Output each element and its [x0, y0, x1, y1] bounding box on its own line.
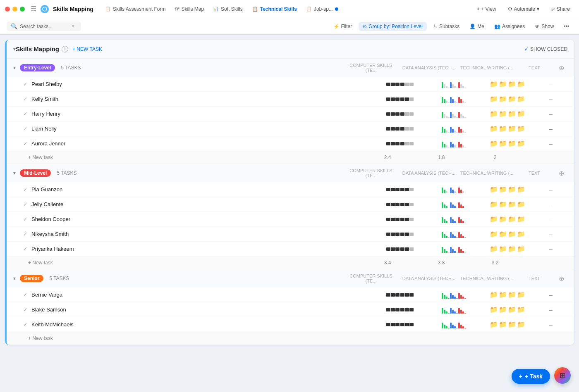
task-check-icon[interactable]: ✓: [23, 186, 31, 192]
task-check-icon[interactable]: ✓: [23, 306, 31, 313]
close-button[interactable]: [5, 7, 10, 12]
bar: [464, 313, 466, 314]
group-collapse-icon[interactable]: ▾: [13, 170, 16, 176]
table-row[interactable]: ✓ Pearl Shelby 📁📁📁📁 –: [7, 77, 574, 92]
task-name: Liam Nelly: [31, 126, 373, 132]
add-column-button[interactable]: ⊕: [555, 169, 567, 177]
table-row[interactable]: ✓ Aurora Jenner 📁📁📁📁 –: [7, 136, 574, 151]
group-collapse-icon[interactable]: ▾: [13, 276, 16, 281]
more-button[interactable]: •••: [560, 22, 572, 31]
skill-block: [405, 112, 409, 116]
skill-block: [386, 218, 390, 221]
share-icon: ⇗: [551, 6, 555, 12]
task-check-icon[interactable]: ✓: [23, 126, 31, 132]
bar: [456, 88, 458, 88]
view-button[interactable]: + + View: [472, 4, 500, 14]
table-row[interactable]: ✓ Jelly Caliente 📁📁📁📁 –: [7, 197, 574, 212]
tab-icon: 📋: [306, 6, 312, 12]
table-row[interactable]: ✓ Keith McMichaels 📁📁📁📁 –: [7, 317, 574, 332]
task-check-icon[interactable]: ✓: [23, 140, 31, 147]
new-task-button[interactable]: + NEW TASK: [72, 46, 102, 52]
group-collapse-icon[interactable]: ▾: [13, 65, 16, 71]
task-check-icon[interactable]: ✓: [23, 292, 31, 298]
task-check-icon[interactable]: ✓: [23, 81, 31, 87]
writing-skill-cell: 📁📁📁📁: [481, 110, 534, 118]
folder-icon: 📁: [508, 125, 516, 133]
computer-skill-cell: [373, 112, 427, 116]
folder-icon: 📁: [490, 80, 498, 88]
bar: [452, 84, 454, 88]
task-check-icon[interactable]: ✓: [23, 321, 31, 328]
fab-plus-icon: +: [519, 373, 522, 380]
filter-button[interactable]: ⚡ Filter: [330, 22, 356, 31]
bar: [442, 188, 443, 193]
task-check-icon[interactable]: ✓: [23, 216, 31, 222]
group-badge: Mid-Level: [20, 169, 51, 177]
bar: [460, 325, 462, 328]
task-check-icon[interactable]: ✓: [23, 96, 31, 102]
table-row[interactable]: ✓ Sheldon Cooper 📁📁📁📁 –: [7, 212, 574, 227]
icon-group: [400, 308, 414, 311]
table-row[interactable]: ✓ Kelly Smith 📁📁📁📁 –: [7, 92, 574, 107]
bar: [452, 204, 454, 208]
tab-technical-skills[interactable]: 📋 Technical Skills: [248, 4, 301, 14]
group-by-button[interactable]: ⊙ Group by: Position Level: [359, 22, 427, 31]
table-row[interactable]: ✓ Bernie Varga 📁📁📁📁 –: [7, 287, 574, 302]
bar: [452, 99, 454, 103]
avg-data: 3.8: [414, 260, 468, 266]
computer-skill-cell: [373, 188, 427, 191]
task-fab[interactable]: + + Task: [512, 369, 550, 384]
subtasks-icon: ↳: [433, 24, 438, 29]
skill-block: [400, 83, 404, 86]
view-label: + View: [481, 6, 496, 12]
add-column-button[interactable]: ⊕: [555, 64, 567, 72]
add-task-link[interactable]: + New task: [28, 260, 53, 266]
bar: [462, 236, 464, 238]
table-row[interactable]: ✓ Blake Samson 📁📁📁📁 –: [7, 302, 574, 317]
tab-skills-map[interactable]: 🗺 Skills Map: [170, 4, 208, 14]
search-input[interactable]: [20, 24, 69, 29]
task-check-icon[interactable]: ✓: [23, 231, 31, 237]
menu-icon[interactable]: ☰: [31, 5, 36, 13]
share-button[interactable]: ⇗ Share: [547, 4, 574, 14]
group-header[interactable]: ▾ Entry-Level 5 TASKS COMPUTER SKILLS (T…: [7, 59, 574, 77]
tab-soft-skills[interactable]: 📊 Soft Skills: [209, 4, 247, 14]
data-chart: [442, 140, 466, 147]
show-button[interactable]: 👁 Show: [531, 22, 557, 31]
groups-container: ▾ Entry-Level 5 TASKS COMPUTER SKILLS (T…: [7, 59, 574, 345]
tab-skills-assessment[interactable]: 📋 Skills Assessment Form: [101, 4, 170, 14]
bar: [450, 247, 452, 253]
col-header-computer: COMPUTER SKILLS (TE...: [344, 63, 398, 73]
bar: [442, 217, 443, 223]
info-icon[interactable]: i: [62, 46, 68, 52]
table-row[interactable]: ✓ Pia Guanzon 📁📁📁📁 –: [7, 182, 574, 197]
me-button[interactable]: 👤 Me: [466, 22, 488, 31]
task-check-icon[interactable]: ✓: [23, 111, 31, 117]
apps-button[interactable]: ⊞: [554, 367, 571, 384]
add-task-link[interactable]: + New task: [28, 154, 53, 160]
table-row[interactable]: ✓ Nikeysha Smith 📁📁📁📁 –: [7, 227, 574, 242]
automate-button[interactable]: ⚙ Automate ▾: [504, 4, 543, 14]
task-check-icon[interactable]: ✓: [23, 246, 31, 252]
group-header[interactable]: ▾ Mid-Level 5 TASKS COMPUTER SKILLS (TE.…: [7, 164, 574, 182]
add-column-button[interactable]: ⊕: [555, 275, 567, 283]
assignees-button[interactable]: 👥 Assignees: [491, 22, 528, 31]
maximize-button[interactable]: [20, 7, 25, 12]
add-task-link[interactable]: + New task: [28, 335, 53, 341]
task-check-icon[interactable]: ✓: [23, 201, 31, 207]
data-chart: [442, 110, 466, 118]
search-box[interactable]: 🔍 ▾: [7, 21, 81, 31]
show-closed-button[interactable]: ✓ SHOW CLOSED: [524, 46, 567, 52]
group-header[interactable]: ▾ Senior 5 TASKS COMPUTER SKILLS (TE... …: [7, 269, 574, 287]
skill-block: [395, 83, 400, 86]
bar: [450, 97, 452, 103]
skill-block: [409, 218, 414, 221]
bar: [454, 326, 456, 328]
minimize-button[interactable]: [12, 7, 17, 12]
tab-job-spec[interactable]: 📋 Job-sp...: [302, 4, 342, 14]
table-row[interactable]: ✓ Liam Nelly 📁📁📁📁 –: [7, 121, 574, 136]
subtasks-button[interactable]: ↳ Subtasks: [430, 22, 463, 31]
table-row[interactable]: ✓ Harry Henry 📁📁📁📁 –: [7, 107, 574, 121]
bar: [460, 234, 462, 238]
table-row[interactable]: ✓ Priyanka Hakeem 📁📁📁📁 –: [7, 242, 574, 257]
